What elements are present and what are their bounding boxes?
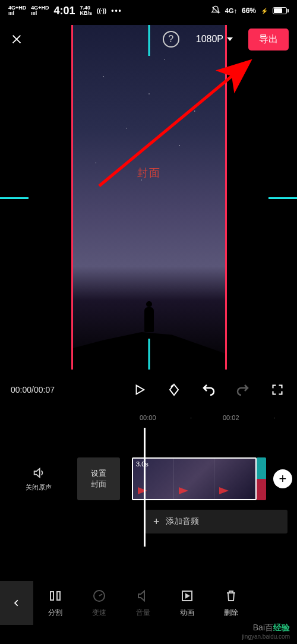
- speaker-icon: [32, 466, 45, 479]
- resolution-select[interactable]: 1080P: [196, 34, 233, 45]
- status-bar: 4G+HD ıııl 4G+HD ıııl 4:01 7.40 KB/s ((·…: [0, 0, 297, 21]
- guide-bottom: [148, 339, 150, 370]
- set-cover-button[interactable]: 设置 封面: [77, 457, 120, 500]
- chevron-down-icon: [227, 37, 233, 41]
- undo-button[interactable]: [200, 381, 217, 399]
- delete-icon: [223, 588, 239, 604]
- guide-left: [0, 197, 29, 199]
- video-clip[interactable]: 3.0s: [132, 457, 257, 500]
- mute-label: 关闭原声: [26, 483, 52, 492]
- network-mode: 4G↑: [225, 7, 237, 14]
- bottom-toolbar: 分割 变速 音量 动画 删除 智能: [0, 581, 297, 625]
- tool-delete[interactable]: 删除: [209, 588, 253, 618]
- ruler-tick-0: 00:00: [140, 414, 156, 421]
- tool-animation[interactable]: 动画: [165, 588, 209, 618]
- speed-icon: [91, 588, 107, 604]
- play-button[interactable]: [131, 381, 148, 399]
- add-audio-button[interactable]: + 添加音频: [145, 510, 287, 533]
- more-icon: •••: [111, 7, 122, 15]
- add-clip-button[interactable]: +: [273, 469, 292, 488]
- watermark: Bai百经验 jingyan.baidu.com: [242, 622, 290, 640]
- overlay-text: 封面: [137, 166, 161, 180]
- tool-volume[interactable]: 音量: [121, 588, 165, 618]
- playhead[interactable]: [144, 428, 146, 547]
- ruler-tick-1: 00:02: [223, 414, 239, 421]
- tool-list: 分割 变速 音量 动画 删除 智能: [33, 588, 297, 618]
- fullscreen-button[interactable]: [268, 381, 286, 399]
- tool-split[interactable]: 分割: [33, 588, 77, 618]
- dnd-icon: [211, 5, 220, 17]
- battery-icon: [273, 7, 289, 14]
- timeline[interactable]: 关闭原声 设置 封面 3.0s + + 添加音频: [0, 428, 297, 547]
- export-button[interactable]: 导出: [248, 29, 289, 50]
- playback-bar: 00:00/00:07: [0, 374, 297, 405]
- tool-speed[interactable]: 变速: [77, 588, 121, 618]
- signal-2: 4G+HD ıııl: [31, 5, 49, 16]
- network-speed: 7.40 KB/s: [80, 5, 93, 16]
- resolution-label: 1080P: [196, 34, 223, 45]
- keyframe-button[interactable]: [165, 381, 183, 399]
- help-button[interactable]: ?: [163, 31, 179, 48]
- redo-button[interactable]: [234, 381, 252, 399]
- charging-icon: ⚡: [261, 8, 268, 14]
- ruler-dot: ·: [273, 414, 275, 421]
- time-display: 00:00/00:07: [11, 385, 114, 394]
- clock: 4:01: [54, 5, 75, 17]
- preview-silhouette: [141, 301, 157, 334]
- clip-tail: [257, 457, 266, 500]
- preview-area[interactable]: 封面: [0, 25, 297, 370]
- preview-frame: 封面: [71, 25, 227, 370]
- volume-icon: [135, 588, 151, 604]
- add-audio-label: 添加音频: [166, 516, 199, 527]
- signal-1: 4G+HD ıııl: [8, 5, 26, 16]
- timeline-ruler[interactable]: 00:00 · 00:02 ·: [0, 410, 297, 425]
- split-icon: [48, 588, 63, 604]
- hotspot-icon: ((·)): [97, 8, 106, 14]
- mute-button[interactable]: 关闭原声: [0, 466, 77, 492]
- animation-icon: [179, 588, 195, 604]
- close-button[interactable]: [8, 31, 25, 48]
- plus-icon: +: [153, 516, 160, 528]
- ruler-dot: ·: [190, 414, 192, 421]
- battery-pct: 66%: [242, 7, 256, 15]
- header-bar: ? 1080P 导出: [0, 21, 297, 57]
- tool-smart[interactable]: 智能: [253, 588, 297, 618]
- video-track: 关闭原声 设置 封面 3.0s +: [0, 457, 297, 500]
- svg-rect-1: [50, 592, 53, 600]
- svg-rect-2: [57, 592, 60, 600]
- toolbar-back-button[interactable]: [0, 581, 33, 625]
- clip-duration: 3.0s: [136, 460, 148, 468]
- guide-right: [268, 197, 297, 199]
